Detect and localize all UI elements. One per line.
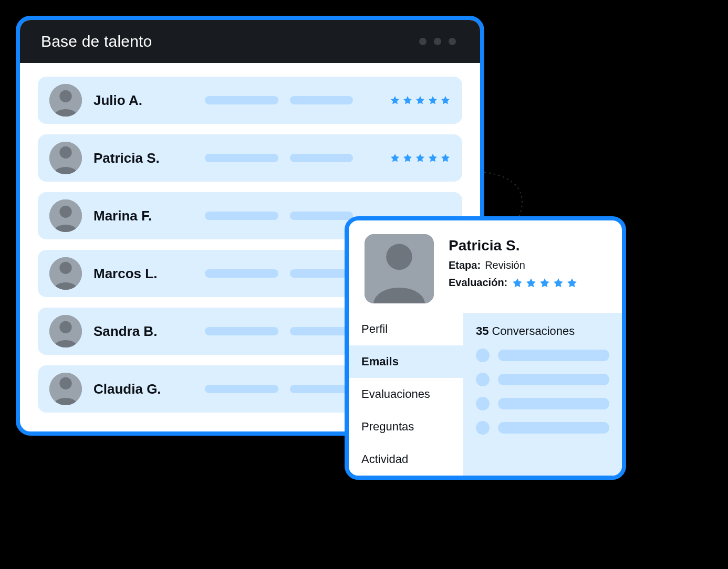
candidate-avatar (49, 373, 82, 405)
placeholder-bar (205, 154, 278, 162)
detail-stars (512, 277, 578, 289)
candidate-detail-card: Patricia S. Etapa: Revisión Evaluación: … (345, 216, 626, 480)
stage-label: Etapa: (449, 259, 481, 271)
conversations-label: Conversaciones (492, 324, 575, 338)
placeholder-bar (205, 385, 278, 393)
candidate-row[interactable]: Patricia S. (38, 134, 462, 182)
candidate-name: Marina F. (93, 208, 193, 224)
placeholder-bar (290, 96, 353, 104)
detail-avatar (365, 234, 434, 303)
conversations-title: 35Conversaciones (476, 324, 609, 338)
window-controls (419, 38, 459, 45)
placeholder-dot (476, 421, 490, 435)
detail-content: 35Conversaciones (463, 313, 622, 476)
candidate-name: Sandra B. (93, 323, 193, 340)
conversation-item[interactable] (476, 349, 609, 362)
star-icon (440, 95, 451, 106)
placeholder-bar (205, 96, 278, 104)
window-titlebar: Base de talento (20, 20, 480, 63)
candidate-name: Julio A. (93, 92, 193, 109)
star-icon (415, 153, 425, 163)
svg-point-7 (59, 262, 71, 274)
svg-point-9 (59, 321, 71, 333)
candidate-avatar (49, 257, 82, 290)
detail-body: PerfilEmailsEvaluacionesPreguntasActivid… (349, 313, 622, 476)
star-icon (428, 153, 438, 163)
candidate-meta (205, 95, 451, 106)
tab-perfil[interactable]: Perfil (349, 313, 463, 345)
conversations-skeleton-list (476, 349, 609, 435)
tab-preguntas[interactable]: Preguntas (349, 410, 463, 443)
star-icon (428, 95, 438, 106)
detail-header: Patricia S. Etapa: Revisión Evaluación: (349, 220, 622, 313)
candidate-avatar (49, 142, 82, 174)
window-title: Base de talento (41, 33, 152, 50)
placeholder-bar (290, 269, 353, 278)
placeholder-bar (290, 385, 353, 393)
detail-name: Patricia S. (449, 237, 578, 254)
tab-emails[interactable]: Emails (349, 345, 463, 378)
svg-point-13 (386, 244, 412, 270)
window-control-dot[interactable] (449, 38, 456, 45)
placeholder-dot (476, 373, 490, 386)
stage-value: Revisión (485, 259, 525, 271)
svg-point-1 (59, 90, 71, 102)
placeholder-dot (476, 349, 490, 362)
placeholder-bar (205, 269, 278, 278)
star-icon (539, 277, 550, 289)
svg-point-3 (59, 146, 71, 159)
placeholder-bar (498, 350, 609, 361)
star-icon (402, 153, 413, 163)
candidate-name: Patricia S. (93, 150, 193, 166)
star-icon (390, 153, 400, 163)
star-icon (553, 277, 564, 289)
svg-point-5 (59, 206, 71, 218)
rating-stars (390, 95, 451, 106)
star-icon (512, 277, 523, 289)
candidate-name: Claudia G. (93, 381, 193, 397)
placeholder-bar (205, 327, 278, 335)
placeholder-bar (498, 398, 609, 409)
candidate-name: Marcos L. (93, 266, 193, 282)
window-control-dot[interactable] (419, 38, 427, 45)
star-icon (415, 95, 425, 106)
eval-label: Evaluación: (449, 277, 507, 289)
svg-point-11 (59, 377, 71, 389)
placeholder-bar (290, 154, 353, 162)
detail-meta: Patricia S. Etapa: Revisión Evaluación: (449, 234, 578, 303)
detail-evaluation: Evaluación: (449, 277, 578, 289)
conversation-item[interactable] (476, 373, 609, 386)
rating-stars (390, 153, 451, 163)
detail-tabs: PerfilEmailsEvaluacionesPreguntasActivid… (349, 313, 463, 476)
placeholder-bar (498, 374, 609, 385)
detail-stage: Etapa: Revisión (449, 259, 578, 271)
candidate-avatar (49, 199, 82, 232)
star-icon (402, 95, 413, 106)
conversation-item[interactable] (476, 397, 609, 410)
star-icon (390, 95, 400, 106)
star-icon (525, 277, 537, 289)
star-icon (566, 277, 578, 289)
stage: Base de talento Julio A.Patricia S.Marin… (0, 0, 728, 569)
candidate-row[interactable]: Julio A. (38, 77, 462, 124)
conversations-count: 35 (476, 324, 488, 338)
placeholder-bar (205, 212, 278, 220)
placeholder-bar (290, 327, 353, 335)
candidate-meta (205, 153, 451, 163)
star-icon (440, 153, 451, 163)
candidate-avatar (49, 315, 82, 347)
window-control-dot[interactable] (434, 38, 441, 45)
placeholder-dot (476, 397, 490, 410)
conversation-item[interactable] (476, 421, 609, 435)
placeholder-bar (498, 422, 609, 434)
tab-evaluaciones[interactable]: Evaluaciones (349, 378, 463, 410)
placeholder-bar (290, 212, 353, 220)
tab-actividad[interactable]: Actividad (349, 443, 463, 476)
candidate-avatar (49, 84, 82, 117)
